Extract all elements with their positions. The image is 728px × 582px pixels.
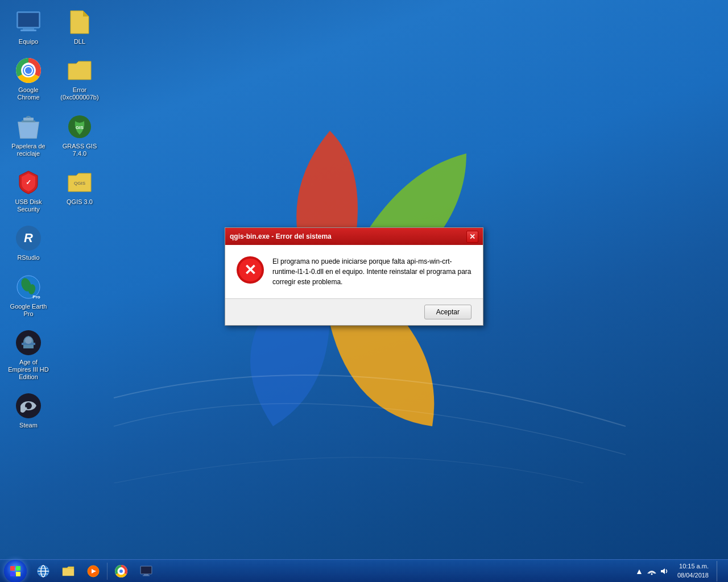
windows-logo-icon <box>9 565 22 577</box>
taskbar-ie[interactable] <box>32 561 55 581</box>
taskbar-monitor[interactable] <box>135 561 158 581</box>
desktop-icon-chrome[interactable]: Google Chrome <box>6 54 51 104</box>
dll-label: DLL <box>59 38 101 45</box>
svg-rect-30 <box>16 572 20 576</box>
dialog-message: El programa no puede iniciarse porque fa… <box>272 256 471 287</box>
tray-volume-icon[interactable] <box>659 566 669 576</box>
recycle-label: Papelera de reciclaje <box>7 143 50 157</box>
svg-text:GIS: GIS <box>76 125 84 130</box>
equipo-label: Equipo <box>7 38 50 45</box>
tray-network-icon[interactable] <box>647 566 657 576</box>
taskbar-chrome-icon <box>114 564 128 578</box>
desktop-icon-error[interactable]: Error(0xc000007b) <box>57 54 102 104</box>
start-orb <box>4 560 27 583</box>
desktop-icons: Equipo DLL <box>6 6 102 433</box>
clock-time: 10:15 a.m. <box>677 562 709 571</box>
error-label: Error(0xc000007b) <box>59 86 101 101</box>
desktop-icon-qgis[interactable]: QGIS QGIS 3.0 <box>57 166 102 216</box>
svg-point-47 <box>651 573 652 575</box>
tray-expand-icon[interactable]: ▲ <box>634 566 644 576</box>
taskbar-separator <box>107 563 107 580</box>
svg-point-42 <box>119 569 123 573</box>
desktop-icon-usb[interactable]: ✓ USB Disk Security <box>6 166 51 216</box>
desktop-icon-grass[interactable]: GIS GRASS GIS 7.4.0 <box>57 110 102 160</box>
dialog-title: qgis-bin.exe - Error del sistema <box>230 232 466 240</box>
svg-text:Pro: Pro <box>32 294 40 300</box>
svg-point-8 <box>25 67 32 74</box>
show-desktop-button[interactable] <box>717 561 722 581</box>
usb-label: USB Disk Security <box>7 198 50 213</box>
dialog-titlebar: qgis-bin.exe - Error del sistema ✕ <box>225 228 483 245</box>
desktop-icon-equipo[interactable]: Equipo <box>6 6 51 48</box>
svg-rect-2 <box>18 13 39 27</box>
dialog-close-button[interactable]: ✕ <box>466 231 478 243</box>
earth-label: Google Earth Pro <box>7 303 50 318</box>
svg-rect-11 <box>22 120 35 122</box>
desktop-icon-recycle[interactable]: Papelera de reciclaje <box>6 110 51 160</box>
explorer-icon <box>61 564 75 578</box>
qgis-label: QGIS 3.0 <box>59 198 101 206</box>
svg-rect-10 <box>23 118 34 120</box>
desktop-icon-steam[interactable]: Steam <box>6 389 51 432</box>
aoe-label: Age of Empires III HD Edition <box>7 359 50 381</box>
clock[interactable]: 10:15 a.m. 08/04/2018 <box>674 561 712 581</box>
desktop-icon-earth[interactable]: Pro Google Earth Pro <box>6 271 51 321</box>
desktop: Equipo DLL <box>0 0 728 582</box>
svg-rect-46 <box>143 575 150 576</box>
grass-label: GRASS GIS 7.4.0 <box>59 143 101 157</box>
monitor-icon <box>139 564 153 578</box>
svg-point-24 <box>25 337 32 344</box>
taskbar-chrome[interactable] <box>110 561 133 581</box>
dialog-footer: Aceptar <box>225 299 483 325</box>
svg-rect-29 <box>10 572 15 576</box>
desktop-icon-aoe[interactable]: Age of Empires III HD Edition <box>6 326 51 384</box>
desktop-icon-dll[interactable]: DLL <box>57 6 102 48</box>
error-dialog: qgis-bin.exe - Error del sistema ✕ ✕ El … <box>225 227 483 326</box>
desktop-icon-rstudio[interactable]: R RStudio <box>6 222 51 264</box>
svg-text:R: R <box>24 231 33 245</box>
taskbar: ▲ 10:15 a.m. 08/04/2018 <box>0 559 728 582</box>
system-tray: ▲ 10:15 a.m. 08/04/2018 <box>628 560 728 583</box>
start-button[interactable] <box>0 560 31 583</box>
steam-label: Steam <box>7 422 50 429</box>
error-icon: ✕ <box>237 256 264 284</box>
svg-rect-4 <box>20 30 36 31</box>
svg-rect-27 <box>10 566 15 571</box>
ie-icon <box>36 564 50 578</box>
clock-date: 08/04/2018 <box>677 571 709 580</box>
aceptar-button[interactable]: Aceptar <box>424 305 471 319</box>
taskbar-media[interactable] <box>82 561 105 581</box>
chrome-label: Google Chrome <box>7 86 50 101</box>
svg-rect-45 <box>144 574 148 575</box>
taskbar-explorer[interactable] <box>57 561 80 581</box>
dialog-body: ✕ El programa no puede iniciarse porque … <box>225 245 483 299</box>
media-icon <box>86 564 100 578</box>
svg-text:QGIS: QGIS <box>74 181 85 186</box>
tray-icons: ▲ <box>634 566 669 576</box>
error-symbol: ✕ <box>239 259 262 281</box>
rstudio-label: RStudio <box>7 254 50 261</box>
svg-marker-9 <box>18 122 39 138</box>
svg-rect-44 <box>141 567 151 573</box>
svg-rect-28 <box>16 566 20 571</box>
svg-rect-36 <box>63 569 74 576</box>
svg-text:✓: ✓ <box>26 178 31 186</box>
